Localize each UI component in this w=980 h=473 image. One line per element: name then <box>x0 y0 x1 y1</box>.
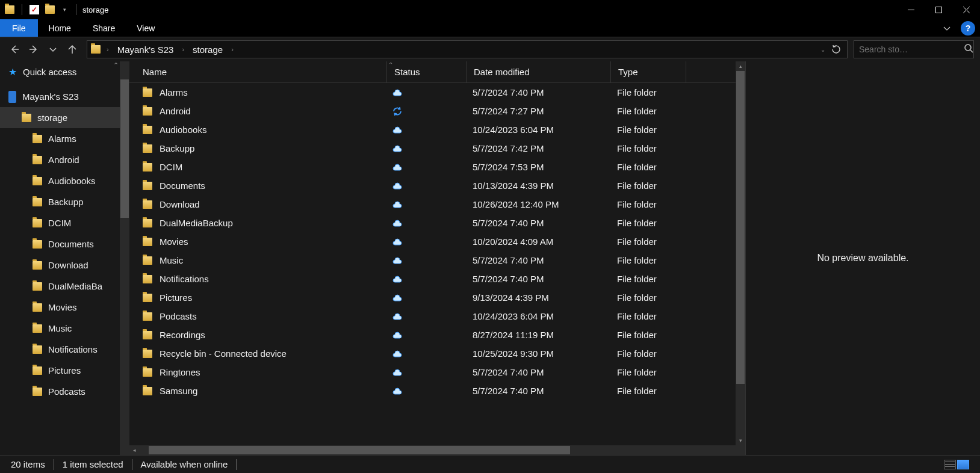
tree-item[interactable]: Download <box>0 255 129 276</box>
file-row[interactable]: Recordings8/27/2024 11:19 PMFile folder <box>129 326 745 344</box>
file-name: Download <box>160 199 200 209</box>
file-row[interactable]: Music5/7/2024 7:40 PMFile folder <box>129 251 745 270</box>
recent-dropdown-icon[interactable] <box>45 41 61 58</box>
tree-item[interactable]: Audiobooks <box>0 170 129 191</box>
file-row[interactable]: Backupp5/7/2024 7:42 PMFile folder <box>129 139 745 158</box>
tree-item[interactable]: Podcasts <box>0 381 129 402</box>
file-row[interactable]: Alarms5/7/2024 7:40 PMFile folder <box>129 83 745 102</box>
search-input[interactable] <box>859 45 964 54</box>
chevron-right-icon[interactable]: › <box>179 46 187 53</box>
file-row[interactable]: DualMediaBackup5/7/2024 7:40 PMFile fold… <box>129 214 745 232</box>
tree-item[interactable]: DualMediaBa <box>0 276 129 297</box>
cloud-icon <box>392 238 403 246</box>
file-row[interactable]: Samsung5/7/2024 7:40 PMFile folder <box>129 382 745 400</box>
tree-label: Notifications <box>48 344 98 354</box>
tree-item[interactable]: Pictures <box>0 360 129 381</box>
tree-device[interactable]: Mayank's S23 <box>0 86 129 107</box>
breadcrumb-segment[interactable]: Mayank's S23 <box>115 45 176 55</box>
file-row[interactable]: Notifications5/7/2024 7:40 PMFile folder <box>129 270 745 288</box>
file-date: 8/27/2024 11:19 PM <box>467 330 611 340</box>
column-name[interactable]: Name <box>129 61 387 82</box>
scroll-up-icon[interactable]: ▴ <box>736 61 745 71</box>
column-status[interactable]: Status <box>387 61 467 82</box>
horizontal-scrollbar[interactable]: ◂ ▸ <box>129 445 745 455</box>
folder-icon[interactable] <box>45 5 55 14</box>
file-row[interactable]: Documents10/13/2024 4:39 PMFile folder <box>129 176 745 195</box>
address-bar[interactable]: › Mayank's S23 › storage › ⌄ <box>87 40 848 58</box>
cloud-icon <box>392 145 403 152</box>
scroll-down-icon[interactable]: ▾ <box>736 436 745 445</box>
cloud-icon <box>392 220 403 227</box>
tree-label: Music <box>48 323 72 333</box>
file-type: File folder <box>611 255 686 265</box>
status-availability: Available when online <box>141 459 228 469</box>
folder-icon <box>33 388 42 396</box>
chevron-right-icon[interactable]: › <box>104 46 111 53</box>
back-button[interactable] <box>6 41 23 58</box>
tree-item[interactable]: Notifications <box>0 339 129 360</box>
tree-current-folder[interactable]: storage <box>0 107 129 128</box>
scroll-left-icon[interactable]: ◂ <box>129 445 139 455</box>
folder-icon <box>143 163 152 172</box>
sidebar-scrollbar[interactable] <box>120 61 129 455</box>
folder-icon <box>33 177 42 185</box>
tree-item[interactable]: Backupp <box>0 191 129 212</box>
file-type: File folder <box>611 218 686 228</box>
qat-dropdown-icon[interactable]: ▾ <box>61 7 69 13</box>
chevron-right-icon[interactable]: › <box>229 46 236 53</box>
scrollbar-thumb[interactable] <box>149 446 570 454</box>
address-dropdown-icon[interactable]: ⌄ <box>820 46 825 53</box>
file-row[interactable]: Audiobooks10/24/2023 6:04 PMFile folder <box>129 120 745 139</box>
search-box[interactable] <box>854 40 974 58</box>
ribbon-expand-icon[interactable] <box>938 19 956 37</box>
maximize-button[interactable] <box>925 0 952 19</box>
help-button[interactable]: ? <box>961 21 975 36</box>
tab-view[interactable]: View <box>126 19 166 37</box>
refresh-button[interactable] <box>829 42 843 57</box>
breadcrumb-segment[interactable]: storage <box>190 45 225 55</box>
close-button[interactable] <box>952 0 980 19</box>
tree-item[interactable]: Alarms <box>0 128 129 149</box>
collapse-icon[interactable]: ⌃ <box>113 61 119 69</box>
file-date: 10/26/2024 12:40 PM <box>467 199 611 209</box>
file-type: File folder <box>611 162 686 172</box>
tree-label: Download <box>48 260 88 270</box>
tree-quick-access[interactable]: ★ Quick access <box>0 61 129 82</box>
file-row[interactable]: Movies10/20/2024 4:09 AMFile folder <box>129 232 745 251</box>
properties-icon[interactable]: ✓ <box>29 5 39 14</box>
vertical-scrollbar[interactable]: ▴ ▾ <box>736 61 745 455</box>
column-date[interactable]: Date modified <box>467 61 611 82</box>
folder-icon <box>143 219 152 227</box>
file-row[interactable]: Pictures9/13/2024 4:39 PMFile folder <box>129 288 745 307</box>
file-row[interactable]: Recycle bin - Connected device10/25/2024… <box>129 344 745 363</box>
file-type: File folder <box>611 181 686 191</box>
file-tab[interactable]: File <box>0 19 38 37</box>
tree-item[interactable]: Music <box>0 318 129 339</box>
navbar: › Mayank's S23 › storage › ⌄ <box>0 37 980 61</box>
up-button[interactable] <box>64 41 81 58</box>
folder-icon <box>143 331 152 339</box>
file-date: 10/25/2024 9:30 PM <box>467 348 611 359</box>
folder-icon <box>33 324 42 333</box>
file-row[interactable]: Ringtones5/7/2024 7:40 PMFile folder <box>129 363 745 382</box>
cloud-icon <box>392 164 403 171</box>
tree-item[interactable]: Documents <box>0 233 129 255</box>
file-row[interactable]: Podcasts10/24/2023 6:04 PMFile folder <box>129 307 745 326</box>
column-type[interactable]: Type <box>611 61 686 82</box>
tree-item[interactable]: Movies <box>0 297 129 318</box>
minimize-button[interactable] <box>897 0 925 19</box>
file-row[interactable]: Android5/7/2024 7:27 PMFile folder <box>129 102 745 120</box>
forward-button[interactable] <box>25 41 42 58</box>
tree-item[interactable]: Android <box>0 149 129 170</box>
scrollbar-thumb[interactable] <box>736 71 745 384</box>
scrollbar-thumb[interactable] <box>120 79 129 218</box>
file-row[interactable]: Download10/26/2024 12:40 PMFile folder <box>129 195 745 214</box>
file-row[interactable]: DCIM5/7/2024 7:53 PMFile folder <box>129 158 745 176</box>
tab-home[interactable]: Home <box>38 19 82 37</box>
thumbnails-view-button[interactable] <box>957 460 969 469</box>
tab-share[interactable]: Share <box>82 19 126 37</box>
tree-item[interactable]: DCIM <box>0 212 129 233</box>
details-view-button[interactable] <box>944 460 956 469</box>
file-type: File folder <box>611 386 686 396</box>
search-icon[interactable] <box>964 44 973 55</box>
